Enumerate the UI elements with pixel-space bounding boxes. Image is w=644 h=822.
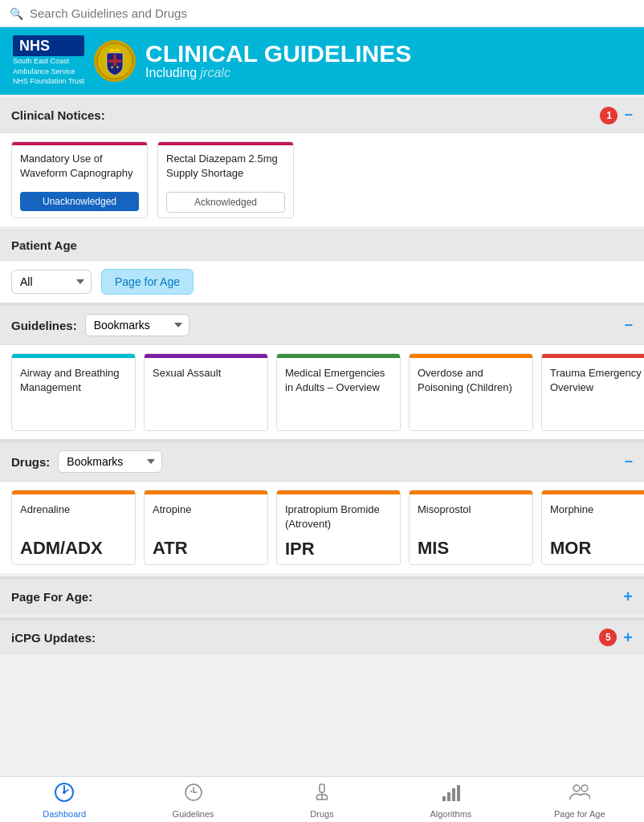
bottom-nav: Dashboard Guidelines Drugs: [0, 776, 644, 822]
guidelines-header: Guidelines: Bookmarks All Guidelines −: [0, 303, 644, 345]
icpg-updates-title: iCPG Updates:: [11, 631, 96, 645]
svg-point-16: [581, 785, 588, 791]
svg-rect-14: [457, 785, 460, 801]
patient-age-label: Patient Age: [11, 238, 77, 252]
guidelines-dropdown[interactable]: Bookmarks All Guidelines: [85, 314, 190, 336]
page-for-age-icon: [569, 782, 590, 808]
search-icon: 🔍: [10, 7, 23, 20]
guideline-card-2[interactable]: Medical Emergencies in Adults – Overview: [276, 353, 401, 431]
drugs-dropdown[interactable]: Bookmarks All Drugs: [58, 450, 162, 473]
guidelines-left: Guidelines: Bookmarks All Guidelines: [11, 314, 190, 336]
title-sub: Including jrcalc: [145, 66, 411, 80]
algorithms-icon: [440, 782, 461, 808]
nhs-org-name: South East Coast Ambulance Service NHS F…: [13, 56, 84, 87]
nhs-branding: NHS South East Coast Ambulance Service N…: [13, 35, 84, 87]
drugs-left: Drugs: Bookmarks All Drugs: [11, 450, 162, 473]
age-select[interactable]: All Neonate Infant Child Adult: [11, 270, 92, 294]
page-for-age-section: Page For Age: +: [0, 576, 644, 614]
nav-guidelines-label: Guidelines: [173, 809, 214, 819]
clinical-notices-header: Clinical Notices: 1 −: [0, 98, 644, 133]
svg-rect-13: [452, 788, 455, 801]
drugs-label: Drugs:: [11, 455, 50, 469]
icpg-controls: 5 +: [599, 629, 633, 647]
guideline-card-4[interactable]: Trauma Emergency Overview: [541, 353, 644, 431]
nav-dashboard[interactable]: Dashboard: [32, 782, 96, 819]
clinical-title: CLINICAL GUIDELINES Including jrcalc: [145, 42, 411, 80]
drug-name-2: Ipratropium Bromide (Atrovent): [285, 503, 392, 531]
guideline-card-1[interactable]: Sexual Assault: [144, 353, 268, 431]
icpg-expand[interactable]: +: [623, 629, 633, 647]
drug-card-1[interactable]: Atropine ATR: [144, 490, 268, 564]
drug-code-0: ADM/ADX: [20, 538, 127, 559]
clinical-notices-label: Clinical Notices:: [11, 108, 105, 122]
guideline-card-text-4: Trauma Emergency Overview: [550, 366, 644, 395]
guideline-card-0[interactable]: Airway and Breathing Management: [11, 353, 136, 431]
guideline-card-text-1: Sexual Assault: [153, 366, 259, 380]
page-for-age-button[interactable]: Page for Age: [101, 269, 194, 295]
nav-drugs[interactable]: Drugs: [290, 782, 354, 819]
drug-code-4: MOR: [550, 538, 644, 559]
nav-guidelines[interactable]: Guidelines: [161, 782, 226, 819]
nav-page-for-age-label: Page for Age: [554, 809, 605, 819]
guidelines-icon: [183, 782, 204, 808]
svg-point-15: [573, 785, 580, 791]
drugs-cards-scroll: Adrenaline ADM/ADX Atropine ATR Ipratrop…: [0, 482, 644, 572]
coat-of-arms: ✦ ✦: [94, 40, 136, 82]
icpg-updates-section: iCPG Updates: 5 +: [0, 617, 644, 655]
guidelines-collapse[interactable]: −: [624, 317, 633, 334]
page-for-age-title: Page For Age:: [11, 590, 92, 604]
icpg-badge: 5: [599, 629, 617, 646]
notice-card-1[interactable]: Rectal Diazepam 2.5mg Supply Shortage Ac…: [157, 141, 294, 218]
drugs-icon: [312, 782, 332, 808]
notices-area: Mandatory Use of Waveform Capnography Un…: [0, 133, 644, 226]
nav-algorithms[interactable]: Algorithms: [418, 782, 483, 819]
clinical-notices-collapse[interactable]: −: [624, 107, 633, 124]
page-for-age-expand[interactable]: +: [623, 588, 633, 606]
drug-name-3: Misoprostol: [418, 503, 524, 531]
notice-card-0[interactable]: Mandatory Use of Waveform Capnography Un…: [11, 141, 148, 218]
svg-rect-11: [442, 796, 446, 801]
search-bar: 🔍: [0, 0, 644, 27]
guideline-card-text-2: Medical Emergencies in Adults – Overview: [285, 366, 392, 395]
title-main: CLINICAL GUIDELINES: [145, 42, 411, 66]
svg-rect-3: [108, 59, 121, 63]
patient-age-area: All Neonate Infant Child Adult Page for …: [0, 261, 644, 303]
drugs-header: Drugs: Bookmarks All Drugs −: [0, 439, 644, 482]
clinical-notices-controls: 1 −: [600, 107, 633, 124]
svg-text:✦ ✦: ✦ ✦: [110, 65, 120, 70]
notice-text-1: Rectal Diazepam 2.5mg Supply Shortage: [166, 152, 285, 181]
svg-rect-12: [447, 792, 450, 801]
guidelines-cards-scroll: Airway and Breathing Management Sexual A…: [0, 345, 644, 439]
nhs-logo: NHS: [13, 35, 84, 56]
drug-code-2: IPR: [285, 539, 392, 560]
guidelines-label: Guidelines:: [11, 319, 77, 332]
drug-card-0[interactable]: Adrenaline ADM/ADX: [11, 490, 136, 564]
drug-name-1: Atropine: [153, 503, 259, 531]
drugs-collapse[interactable]: −: [624, 454, 633, 470]
guideline-card-text-3: Overdose and Poisoning (Children): [418, 366, 524, 395]
clinical-notices-badge: 1: [600, 107, 618, 124]
svg-point-6: [63, 791, 66, 794]
svg-rect-9: [320, 784, 324, 792]
drug-code-3: MIS: [418, 538, 524, 559]
drug-code-1: ATR: [153, 538, 259, 559]
drug-card-4[interactable]: Morphine MOR: [541, 490, 644, 564]
drug-card-3[interactable]: Misoprostol MIS: [409, 490, 533, 564]
patient-age-header: Patient Age: [0, 230, 644, 261]
search-input[interactable]: [30, 6, 634, 20]
nav-algorithms-label: Algorithms: [430, 809, 471, 819]
drug-name-0: Adrenaline: [20, 503, 127, 531]
dashboard-icon: [54, 782, 75, 808]
unacknowledged-button-0[interactable]: Unacknowledged: [20, 192, 139, 211]
svg-line-8: [190, 791, 192, 792]
app-header: NHS South East Coast Ambulance Service N…: [0, 27, 644, 95]
guideline-card-text-0: Airway and Breathing Management: [20, 366, 127, 395]
notice-text-0: Mandatory Use of Waveform Capnography: [20, 152, 139, 181]
guideline-card-3[interactable]: Overdose and Poisoning (Children): [409, 353, 533, 431]
nav-drugs-label: Drugs: [310, 809, 333, 819]
nav-page-for-age[interactable]: Page for Age: [548, 782, 612, 819]
drug-name-4: Morphine: [550, 503, 644, 531]
nav-dashboard-label: Dashboard: [43, 809, 86, 819]
drug-card-2[interactable]: Ipratropium Bromide (Atrovent) IPR: [276, 490, 401, 564]
acknowledged-button-1[interactable]: Acknowledged: [166, 192, 285, 213]
